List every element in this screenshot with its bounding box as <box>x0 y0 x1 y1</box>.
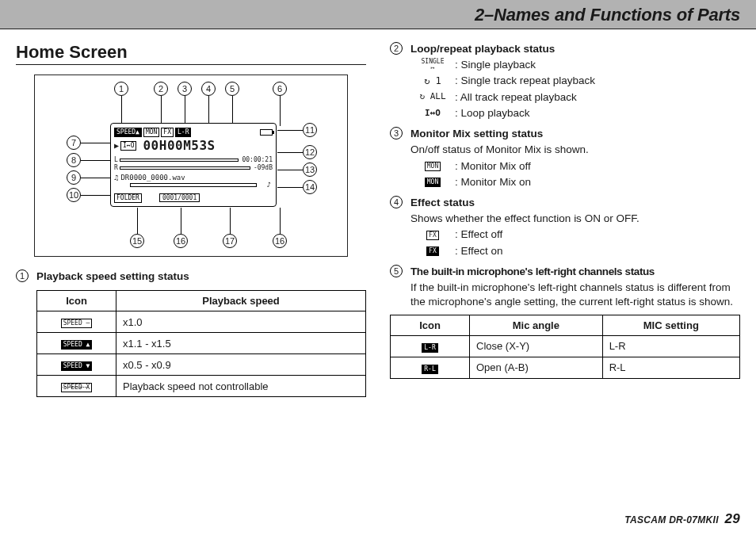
item-2-number: 2 <box>390 42 403 55</box>
repeat-one-icon: ↻ 1 <box>424 75 441 87</box>
fx-on-icon: FX <box>426 246 439 256</box>
sub-item: SINGLE↦: Single playback <box>410 58 740 72</box>
right-column: 2 Loop/repeat playback status SINGLE↦: S… <box>390 29 740 397</box>
sub-item: FX: Effect off <box>410 227 740 242</box>
sub-item: ↻ ALL: All track repeat playback <box>410 90 740 105</box>
callout-15: 15 <box>130 234 144 248</box>
item-3-number: 3 <box>390 127 403 139</box>
callout-6: 6 <box>273 82 287 96</box>
lcd-filename: DR0000_0000.wav <box>120 174 185 182</box>
th-setting: MIC setting <box>602 315 739 335</box>
lcd-main-time: 00H00M53S <box>143 138 215 153</box>
table-row: R-L Open (A-B) R-L <box>391 357 740 378</box>
lcd-counter: 0001/0001 <box>159 193 200 202</box>
item-4-number: 4 <box>390 196 403 208</box>
lcd-chip-fx: FX <box>161 128 174 137</box>
item-3-desc: On/off status of Monitor Mix is shown. <box>410 143 740 157</box>
item-5-number: 5 <box>390 265 403 277</box>
sub-item: FX: Effect on <box>410 244 740 258</box>
speed-text: Playback speed not controllable <box>116 376 366 397</box>
fx-off-icon: FX <box>426 231 439 240</box>
speed-icon: SPEED X <box>61 383 93 392</box>
playback-speed-table: Icon Playback speed SPEED – x1.0 SPEED ▲… <box>36 290 366 397</box>
lcd-db: -09dB <box>254 164 273 171</box>
sub-item: MON: Monitor Mix on <box>410 175 740 189</box>
sub-item: MON: Monitor Mix off <box>410 159 740 174</box>
item-4-desc: Shows whether the effect function is ON … <box>410 212 740 226</box>
lcd-loop-icon: I↔O <box>120 141 136 151</box>
item-1-title: Playback speed setting status <box>36 269 366 284</box>
speed-text: x0.5 - x0.9 <box>116 354 366 376</box>
left-column: Home Screen 1 2 3 4 5 6 7 8 9 10 11 12 1… <box>16 29 366 397</box>
item-3-title: Monitor Mix setting status <box>410 127 740 141</box>
headphone-icon: ♪ <box>267 181 271 189</box>
item-2: 2 Loop/repeat playback status SINGLE↦: S… <box>390 42 740 122</box>
table-row: SPEED ▲ x1.1 - x1.5 <box>37 333 366 354</box>
lcd-chip-mon: MON <box>143 128 159 137</box>
item-4: 4 Effect status Shows whether the effect… <box>390 196 740 260</box>
th-angle: Mic angle <box>470 315 603 335</box>
section-title: Home Screen <box>16 42 366 65</box>
callout-17: 17 <box>223 234 237 248</box>
callout-11: 11 <box>303 123 317 137</box>
callout-16a: 16 <box>174 234 188 248</box>
th-icon: Icon <box>37 291 116 311</box>
callout-13: 13 <box>303 162 317 177</box>
content-columns: Home Screen 1 2 3 4 5 6 7 8 9 10 11 12 1… <box>0 29 756 397</box>
rl-icon: R-L <box>422 365 437 374</box>
loop-icon: I↔O <box>425 108 441 120</box>
lcd-progress-bar <box>130 183 257 187</box>
lr-icon: L-R <box>422 343 437 353</box>
sub-item: ↻ 1: Single track repeat playback <box>410 74 740 88</box>
item-1: 1 Playback speed setting status <box>16 269 366 285</box>
item-1-number: 1 <box>16 269 29 282</box>
callout-9: 9 <box>67 170 81 185</box>
callout-5: 5 <box>225 82 239 96</box>
page-header: 2–Names and Functions of Parts <box>0 0 756 29</box>
callout-8: 8 <box>67 153 81 167</box>
callout-3: 3 <box>178 82 192 96</box>
speed-icon: SPEED ▲ <box>61 340 93 350</box>
battery-icon <box>260 129 273 136</box>
table-row: SPEED X Playback speed not controllable <box>37 376 366 397</box>
mon-on-icon: MON <box>425 178 441 187</box>
callout-14: 14 <box>303 180 317 194</box>
sub-item: I↔O: Loop playback <box>410 106 740 120</box>
callout-2: 2 <box>154 82 168 96</box>
item-5: 5 The built-in microphone's left-right c… <box>390 265 740 310</box>
item-5-title: The built-in microphone's left-right cha… <box>410 265 740 279</box>
callout-10: 10 <box>67 188 81 202</box>
single-icon: SINGLE↦ <box>422 59 445 71</box>
callout-12: 12 <box>303 145 317 159</box>
item-3: 3 Monitor Mix setting status On/off stat… <box>390 127 740 191</box>
th-speed: Playback speed <box>116 291 366 311</box>
callout-4: 4 <box>201 82 216 96</box>
lcd-screen: SPEED▲ MON FX L-R ▶ I↔O 00H00M53S L 00:0… <box>110 123 277 207</box>
th-icon: Icon <box>391 315 470 335</box>
lcd-folder: FOLDER <box>114 193 142 203</box>
item-4-title: Effect status <box>410 196 740 210</box>
mon-off-icon: MON <box>425 162 441 171</box>
speed-icon: SPEED – <box>61 319 93 328</box>
home-screen-diagram: 1 2 3 4 5 6 7 8 9 10 11 12 13 14 15 16 1… <box>34 75 348 257</box>
item-5-desc: If the built-in microphone's left-right … <box>410 281 740 309</box>
lcd-chip-lr: L-R <box>175 128 191 137</box>
speed-text: x1.0 <box>116 311 366 333</box>
page-footer: TASCAM DR-07MKII 29 <box>624 511 740 527</box>
callout-1: 1 <box>114 82 128 96</box>
footer-page-number: 29 <box>724 511 740 526</box>
table-row: SPEED ▼ x0.5 - x0.9 <box>37 354 366 376</box>
speed-text: x1.1 - x1.5 <box>116 333 366 354</box>
mic-channel-table: Icon Mic angle MIC setting L-R Close (X-… <box>390 315 740 379</box>
speed-icon: SPEED ▼ <box>61 361 93 371</box>
repeat-all-icon: ↻ ALL <box>419 91 445 103</box>
lcd-chip-speed: SPEED▲ <box>114 128 142 137</box>
table-row: L-R Close (X-Y) L-R <box>391 335 740 357</box>
item-2-title: Loop/repeat playback status <box>410 42 740 56</box>
table-row: SPEED – x1.0 <box>37 311 366 333</box>
footer-model: TASCAM DR-07MKII <box>624 514 719 525</box>
callout-16b: 16 <box>273 234 287 248</box>
callout-7: 7 <box>67 136 81 150</box>
